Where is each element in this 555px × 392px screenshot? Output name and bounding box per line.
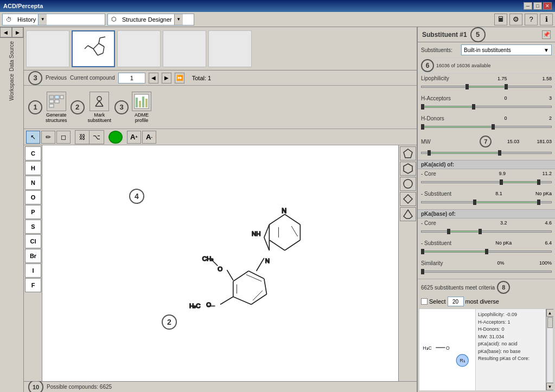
substituents-dropdown[interactable]: Built-in substituents ▼ <box>461 44 552 55</box>
text-smaller-btn[interactable]: A- <box>142 131 156 144</box>
subst-base-thumb-left[interactable] <box>421 249 424 254</box>
mw-thumb-left[interactable] <box>428 150 431 156</box>
diamond-btn[interactable] <box>400 192 416 206</box>
core-acid-left: 9.9 <box>499 171 506 177</box>
h-acceptors-slider[interactable] <box>421 102 552 111</box>
select-tool-btn[interactable]: ↖ <box>26 131 40 144</box>
h-acc-thumb-left[interactable] <box>421 104 424 110</box>
info-button[interactable]: ℹ <box>540 14 553 25</box>
select-count-input[interactable] <box>448 297 464 306</box>
annotation-5: 5 <box>470 27 486 42</box>
ring-tool-btn[interactable]: ⌥ <box>90 131 104 144</box>
structure-designer-dropdown[interactable]: ⬡ Structure Designer ▼ <box>107 14 194 25</box>
elem-F[interactable]: F <box>25 278 41 292</box>
calculator-button[interactable]: 🖩 <box>494 14 507 25</box>
elem-P[interactable]: P <box>25 205 41 219</box>
structure-dropdown-arrow[interactable]: ▼ <box>174 14 183 25</box>
panel-pin-btn[interactable]: 📌 <box>542 30 551 39</box>
core-acid-slider[interactable] <box>421 178 552 187</box>
h-don-thumb-left[interactable] <box>421 124 424 130</box>
elem-N[interactable]: N <box>25 176 41 190</box>
h-don-thumb-right[interactable] <box>492 124 495 130</box>
subst-acid-thumb-left[interactable] <box>473 200 476 205</box>
scroll-down-btn[interactable]: ▼ <box>546 383 554 390</box>
elem-S[interactable]: S <box>25 220 41 234</box>
available-text: 16036 of 16036 available <box>436 63 552 68</box>
core-base-section: - Core 3.2 4.6 <box>418 219 555 239</box>
criteria-row: 6625 substituents meet criteria 8 <box>418 279 555 295</box>
lipo-thumb-left[interactable] <box>465 84 469 89</box>
core-base-slider[interactable] <box>421 227 552 236</box>
svg-line-49 <box>257 258 264 271</box>
nav-next-btn[interactable]: ▶ <box>162 73 171 83</box>
sidebar-tab-left[interactable]: ◀ <box>0 27 12 37</box>
svg-line-41 <box>248 271 264 279</box>
elem-Cl[interactable]: Cl <box>25 234 41 248</box>
history-dropdown-arrow[interactable]: ▼ <box>38 14 47 25</box>
elem-H[interactable]: H <box>25 161 41 175</box>
mark-substituent-tool[interactable]: Marksubstituent <box>88 92 112 123</box>
right-panel: Substituent #1 5 📌 Substituents: Built-i… <box>417 27 555 392</box>
generate-structures-tool[interactable]: Generatestructures <box>46 92 67 123</box>
core-acid-thumb-left[interactable] <box>500 179 503 185</box>
h-donors-slider[interactable] <box>421 123 552 131</box>
subst-acid-thumb-right[interactable] <box>537 200 540 205</box>
close-button[interactable]: ✕ <box>543 2 552 10</box>
scroll-up-btn[interactable]: ▲ <box>546 309 554 317</box>
lipo-max-val: 1.58 <box>542 76 552 81</box>
svg-line-53 <box>213 261 218 266</box>
core-base-thumb-right[interactable] <box>479 229 482 234</box>
history-dropdown[interactable]: ⏱ History ▼ <box>2 14 105 25</box>
lipo-thumb-right[interactable] <box>505 84 508 89</box>
similarity-slider[interactable] <box>421 267 552 276</box>
pentagon2-btn[interactable] <box>400 207 416 221</box>
preview-molecule-area: 9 H₃C O R₁ <box>419 309 475 390</box>
nav-last-btn[interactable]: ⏩ <box>175 73 184 83</box>
text-larger-btn[interactable]: A+ <box>127 131 141 144</box>
circle-shape-btn[interactable] <box>400 177 416 191</box>
pentagon-btn[interactable] <box>400 146 416 160</box>
h-don-fill <box>422 126 493 127</box>
select-checkbox[interactable] <box>421 298 428 305</box>
green-circle-btn[interactable] <box>109 131 123 144</box>
h-acc-thumb-right[interactable] <box>472 104 475 110</box>
core-acid-thumb-right[interactable] <box>537 179 540 185</box>
sim-thumb[interactable] <box>421 269 424 274</box>
subst-acid-slider[interactable] <box>421 198 552 207</box>
history-thumb-active[interactable] <box>72 30 115 67</box>
lipophilicity-label: Lipophilicity <box>421 75 464 81</box>
core-base-track <box>421 230 552 233</box>
subst-base-slider[interactable] <box>421 247 552 256</box>
svg-text:O: O <box>218 266 222 272</box>
drawing-canvas[interactable]: 4 N <box>42 145 398 381</box>
sidebar-labels: Data Source Workspace <box>0 38 23 104</box>
elem-C[interactable]: C <box>25 146 41 160</box>
maximize-button[interactable]: □ <box>533 2 542 10</box>
chain-tool-btn[interactable]: ⛓ <box>75 131 90 144</box>
current-compound-input[interactable] <box>118 73 145 83</box>
sidebar-tab-right[interactable]: ▶ <box>12 27 24 37</box>
elem-I[interactable]: I <box>25 264 41 278</box>
subst-base-label: - Substituent <box>421 240 464 246</box>
settings-button[interactable]: ⚙ <box>509 14 522 25</box>
lipophilicity-slider[interactable] <box>421 82 552 91</box>
hexagon-btn[interactable] <box>400 162 416 176</box>
criteria-text: 6625 substituents meet criteria <box>421 285 495 291</box>
core-base-thumb-left[interactable] <box>447 229 450 234</box>
eraser-tool-btn[interactable]: ◻ <box>56 131 71 144</box>
help-button[interactable]: ? <box>525 14 538 25</box>
minimize-button[interactable]: ─ <box>524 2 532 10</box>
subst-base-thumb-right[interactable] <box>485 249 488 254</box>
scroll-thumb[interactable] <box>547 317 553 328</box>
mw-slider[interactable] <box>421 149 552 157</box>
svg-line-26 <box>285 214 301 224</box>
toolbar-right-icons: 🖩 ⚙ ? ℹ <box>494 14 553 25</box>
mw-thumb-right[interactable] <box>498 150 501 156</box>
history-thumb-4 <box>163 30 206 67</box>
elem-O[interactable]: O <box>25 190 41 204</box>
nav-prev-btn[interactable]: ◀ <box>149 73 158 83</box>
elem-Br[interactable]: Br <box>25 249 41 263</box>
pencil-tool-btn[interactable]: ✏ <box>41 131 55 144</box>
adme-profile-tool[interactable]: ADMEprofile <box>132 92 151 123</box>
core-acid-track <box>421 181 552 183</box>
